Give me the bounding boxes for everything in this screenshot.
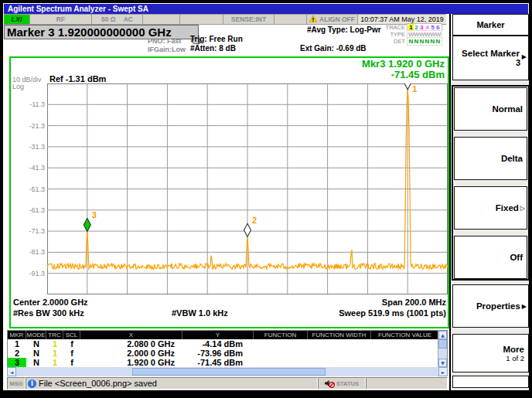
off-button-label: Off <box>510 253 523 262</box>
input-coupling-cell: 50 Ω AC <box>92 15 143 24</box>
message-cell: i File <Screen_0006.png> saved <box>26 377 318 389</box>
fixed-button[interactable]: Fixed ▷ <box>454 186 527 230</box>
span-label: Span 200.0 MHz <box>382 298 446 307</box>
normal-button-label: Normal <box>492 104 523 114</box>
col-header-y: Y <box>182 331 254 339</box>
y-tick-label: -41.3 <box>11 164 45 172</box>
align-off-indicator: ALIGN OFF <box>307 15 358 24</box>
lxi-badge: LXI <box>4 15 30 24</box>
cell-function <box>254 349 308 358</box>
marker-1-diamond-icon <box>404 83 411 90</box>
y-tick-label: -21.3 <box>11 122 45 130</box>
window-title: Agilent Spectrum Analyzer - Swept SA <box>4 4 528 14</box>
marker-mode-group: Normal Delta Fixed ▷ Off <box>452 85 529 281</box>
cell-scl: f <box>63 349 80 358</box>
rf-indicator: RF <box>30 15 92 24</box>
fixed-button-label: Fixed <box>496 203 519 213</box>
trace-row-label: TRACE <box>384 24 407 31</box>
ifgain-label: IFGain:Low <box>148 46 186 53</box>
scroll-up-button[interactable]: ▲ <box>438 331 447 339</box>
impedance-indicator: 50 Ω <box>101 15 116 23</box>
cell-mode: N <box>26 358 46 367</box>
spectrum-plot: 321 <box>47 83 448 294</box>
msg-label: MSG <box>7 377 26 389</box>
marker-2-label: 2 <box>252 216 257 225</box>
trace-state-block: TRACE 123456 TYPE WWWWWW DET NNNNNN <box>384 24 447 45</box>
warning-icon <box>309 15 317 24</box>
y-tick-label: -81.3 <box>11 248 45 256</box>
col-header-function-width: FUNCTION WIDTH <box>308 331 371 339</box>
cell-function-value <box>371 349 439 358</box>
type-row-label: TYPE <box>384 31 407 38</box>
scroll-down-button[interactable]: ▼ <box>438 359 447 367</box>
col-header-mode: MODE <box>26 331 46 339</box>
status-cell-empty-1 <box>143 15 180 24</box>
speaker-muted-icon <box>325 379 335 388</box>
marker-ampl-readout: -71.45 dBm <box>362 70 445 80</box>
normal-button[interactable]: Normal <box>454 87 527 131</box>
properties-button[interactable]: Properties ▶ <box>452 284 529 328</box>
delta-button[interactable]: Delta <box>454 137 527 180</box>
marker-1-label: 1 <box>412 84 417 94</box>
table-row-selected[interactable]: 3 N 1 f 1.920 0 GHz -71.45 dBm <box>8 358 447 367</box>
center-freq-label: Center 2.0000 GHz <box>13 298 88 307</box>
softkey-menu: Marker Select Marker ▶ 3 Normal Delta Fi… <box>449 14 529 390</box>
cell-mkr: 1 <box>8 339 26 349</box>
blank-softkey[interactable] <box>452 376 529 388</box>
application-window: Agilent Spectrum Analyzer - Swept SA LXI… <box>3 3 529 390</box>
ext-gain-readout: Ext Gain: -0.69 dB <box>300 44 367 53</box>
cell-scl: f <box>63 339 80 349</box>
cell-mode: N <box>26 339 46 349</box>
spectrum-analyzer-screen: Agilent Spectrum Analyzer - Swept SA LXI… <box>0 0 532 398</box>
cell-y: -73.96 dBm <box>182 349 254 358</box>
status-cell: STATUS <box>318 377 366 389</box>
select-marker-button[interactable]: Select Marker ▶ 3 <box>452 36 529 80</box>
rbw-label: #Res BW 300 kHz <box>13 308 84 318</box>
sense-indicator: SENSE:INT <box>223 15 275 24</box>
select-marker-label: Select Marker <box>462 49 520 58</box>
scroll-left-button[interactable]: ◄ <box>7 367 16 376</box>
horizontal-scroll-thumb[interactable] <box>132 368 326 376</box>
col-header-x: X <box>80 331 182 339</box>
cell-function-width <box>308 349 371 358</box>
table-row[interactable]: 2 N 1 f 2.000 0 GHz -73.96 dBm <box>8 349 447 358</box>
more-button-label: More <box>503 345 524 354</box>
vertical-scroll-thumb[interactable] <box>438 339 447 349</box>
status-bar-trailing <box>366 377 448 389</box>
more-button[interactable]: More 1 of 2 <box>452 334 529 372</box>
sweep-label: Sweep 519.9 ms (1001 pts) <box>339 308 446 318</box>
y-tick-label: -51.3 <box>11 185 45 193</box>
cell-trc: 1 <box>46 349 63 358</box>
bw-annotation-row: #Res BW 300 kHz #VBW 1.0 kHz Sweep 519.9… <box>13 308 446 318</box>
marker-readout-green: Mkr3 1.920 0 GHz -71.45 dBm <box>362 59 445 80</box>
cell-x: 1.920 0 GHz <box>80 358 182 367</box>
table-vertical-scrollbar[interactable]: ▲ ▼ <box>438 331 447 367</box>
cell-function-value <box>371 339 439 349</box>
ref-level-label: Ref -1.31 dBm <box>49 74 106 83</box>
marker-2-diamond-icon <box>244 223 251 236</box>
marker-table: MKR MODE TRC SCL X Y FUNCTION FUNCTION W… <box>7 330 448 368</box>
table-row[interactable]: 1 N 1 f 2.080 0 GHz -4.14 dBm <box>8 339 447 349</box>
off-button[interactable]: Off <box>454 236 527 279</box>
scroll-right-button[interactable]: ► <box>438 367 448 376</box>
avg-type-readout: #Avg Type: Log-Pwr <box>307 26 381 34</box>
marker-3-diamond-icon <box>84 218 90 231</box>
cell-trc: 1 <box>46 358 63 367</box>
properties-button-label: Properties <box>476 301 520 311</box>
cell-function-width <box>308 358 371 367</box>
info-icon: i <box>28 379 36 388</box>
cell-mkr: 3 <box>8 358 26 367</box>
status-cell-empty-3 <box>275 15 307 24</box>
cell-function-value <box>371 358 439 367</box>
cell-mode: N <box>26 349 46 358</box>
marker-freq-readout: Mkr3 1.920 0 GHz <box>362 59 445 70</box>
vbw-label: #VBW 1.0 kHz <box>172 308 228 318</box>
y-tick-label: -61.3 <box>11 206 45 214</box>
trigger-readout: Trig: Free Run <box>190 35 243 43</box>
status-label: STATUS <box>336 380 359 387</box>
cell-scl: f <box>63 358 80 367</box>
col-header-mkr: MKR <box>8 331 26 339</box>
select-marker-value: 3 <box>453 58 528 67</box>
table-horizontal-scrollbar[interactable]: ◄ ► <box>7 367 448 376</box>
status-strip: LXI RF 50 Ω AC SENSE:INT ALIGN OFF 10:07… <box>4 14 446 25</box>
